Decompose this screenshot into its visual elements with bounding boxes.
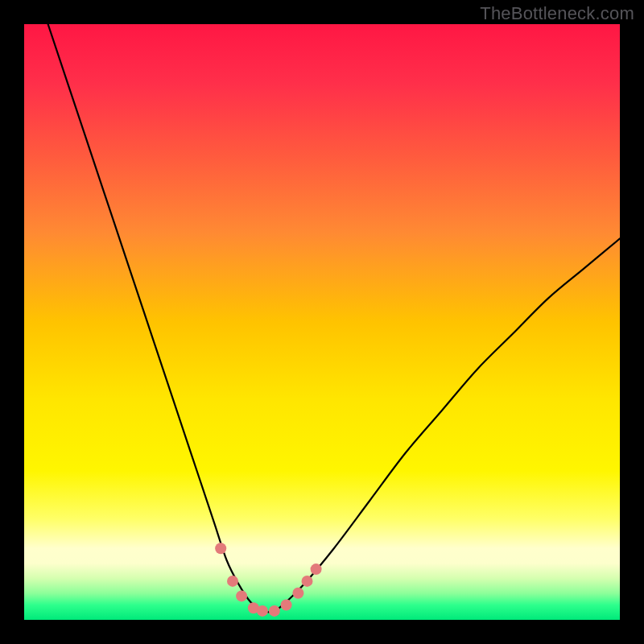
- highlight-dot: [281, 600, 292, 611]
- highlight-dots: [215, 543, 321, 617]
- chart-frame: TheBottleneck.com: [0, 0, 644, 644]
- highlight-dot: [302, 576, 313, 587]
- highlight-dot: [227, 576, 238, 587]
- highlight-dot: [236, 590, 247, 601]
- curve-layer: [24, 24, 620, 620]
- highlight-dot: [257, 605, 268, 617]
- highlight-dot: [269, 605, 280, 617]
- highlight-dot: [215, 543, 226, 554]
- bottleneck-curve: [48, 24, 620, 612]
- plot-area: [24, 24, 620, 620]
- highlight-dot: [292, 588, 303, 599]
- highlight-dot: [311, 564, 322, 575]
- watermark-text: TheBottleneck.com: [480, 3, 634, 24]
